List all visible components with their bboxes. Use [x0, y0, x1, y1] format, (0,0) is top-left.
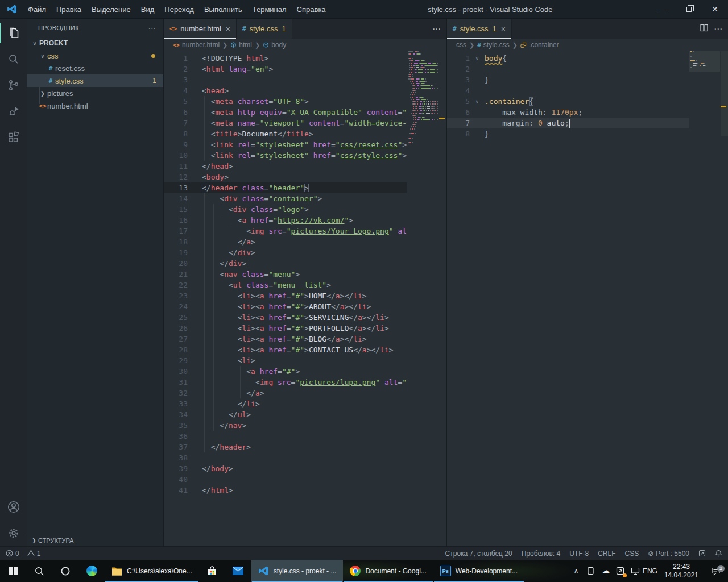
menubar-item[interactable]: Выделение: [86, 0, 136, 19]
code-line: 32 </a>: [164, 388, 446, 398]
taskbar-clock[interactable]: 22:43 14.04.2021: [660, 563, 703, 580]
scrollbar[interactable]: [721, 51, 728, 136]
tray-cloud[interactable]: ☁: [598, 560, 613, 582]
taskbar-edge-button[interactable]: [78, 560, 105, 582]
tree-item-css[interactable]: ∨css: [27, 49, 163, 62]
tree-item-PROEKT[interactable]: ∨PROEKT: [27, 37, 163, 49]
taskbar-cortana-button[interactable]: [52, 560, 78, 582]
status-строка[interactable]: Строка 7, столбец 20: [445, 550, 512, 558]
code-editor-css[interactable]: 1∨body{23}45∨.container{6 max-width: 117…: [447, 51, 728, 546]
code-editor-html[interactable]: 1<!DOCTYPE html>2<html lang="en">34<head…: [164, 51, 446, 546]
tree-item-style-css[interactable]: #style.css1: [27, 74, 163, 87]
code-line: 37 </header>: [164, 442, 446, 452]
tab-strip: <>number.html×#style.css1 ⋯: [164, 19, 446, 39]
more-actions-icon[interactable]: ⋯: [432, 24, 441, 34]
breadcrumb: css❯#style.css❯.container: [447, 39, 728, 51]
line-number: 2: [164, 65, 188, 73]
tab-style.css[interactable]: #style.css1×: [447, 19, 512, 39]
outline-section[interactable]: ❯ СТРУКТУРА: [27, 535, 163, 545]
menubar-item[interactable]: Справка: [292, 0, 331, 19]
restore-button[interactable]: [676, 0, 702, 19]
code-line: 1<!DOCTYPE html>: [164, 53, 446, 64]
taskbar-mail-button[interactable]: [225, 560, 251, 582]
menubar-item[interactable]: Вид: [136, 0, 160, 19]
menubar-item[interactable]: Выполнить: [199, 0, 247, 19]
css-file-icon: #: [46, 65, 55, 72]
status-feedback[interactable]: [698, 550, 706, 557]
status-crlf[interactable]: CRLF: [598, 550, 615, 558]
fold-indicator: [470, 80, 485, 80]
explorer-actions-icon[interactable]: ⋯: [148, 23, 156, 32]
taskbar-chrome-button[interactable]: Document - Googl...: [343, 560, 433, 582]
taskbar-search-button[interactable]: [26, 560, 52, 582]
line-number: 37: [164, 443, 188, 451]
code-line: 20 </div>: [164, 258, 446, 269]
code-line: 39</body>: [164, 463, 446, 474]
tree-item-pictures[interactable]: ❯pictures: [27, 87, 163, 99]
minimize-button[interactable]: —: [650, 0, 676, 19]
code-line: 8 <title>Document</title>: [164, 128, 446, 139]
activity-search-icon[interactable]: [0, 46, 27, 72]
menubar-item[interactable]: Переход: [159, 0, 199, 19]
code-line: 13</header class="header">: [164, 182, 446, 193]
chevron-down-icon: ∨: [38, 53, 47, 59]
tray-network[interactable]: [628, 560, 643, 582]
code-line: 2<html lang="en">: [164, 64, 446, 74]
breadcrumb-item[interactable]: body: [263, 41, 286, 49]
breadcrumb-item[interactable]: .container: [520, 41, 559, 49]
tab-style.css[interactable]: #style.css1: [237, 19, 292, 39]
status-bell[interactable]: [715, 550, 722, 557]
status-warning[interactable]: 1: [27, 550, 41, 558]
minimap[interactable]: [690, 51, 719, 69]
fold-indicator: [188, 252, 202, 253]
breadcrumb-item[interactable]: #style.css: [477, 41, 510, 49]
activity-source-control-icon[interactable]: [0, 72, 27, 98]
split-editor-icon[interactable]: [700, 24, 708, 34]
breadcrumb-item[interactable]: html: [230, 41, 252, 49]
breadcrumb-item[interactable]: <>number.html: [173, 41, 220, 49]
tray-sync[interactable]: [613, 560, 628, 582]
status-port[interactable]: ⊘Port : 5500: [648, 550, 689, 558]
taskbar-store-button[interactable]: [199, 560, 225, 582]
code-line: 28 <li><a href="#">CONTACT US</a></li>: [164, 344, 446, 355]
status-css[interactable]: CSS: [625, 550, 639, 558]
status-utf-8[interactable]: UTF-8: [569, 550, 589, 558]
activity-account-icon[interactable]: [0, 494, 27, 520]
menubar-item[interactable]: Терминал: [247, 0, 292, 19]
more-actions-icon[interactable]: ⋯: [714, 24, 722, 34]
taskbar-explorer-button[interactable]: C:\Users\alexa\One...: [105, 560, 199, 582]
fold-indicator: [188, 274, 202, 275]
tree-item-label: number.html: [47, 102, 88, 110]
tab-strip: #style.css1× ⋯: [447, 19, 728, 39]
tab-number.html[interactable]: <>number.html×: [164, 19, 237, 39]
minimap[interactable]: [408, 51, 438, 144]
activity-extensions-icon[interactable]: [0, 124, 27, 151]
network-icon: [631, 567, 640, 575]
fold-indicator: [188, 112, 202, 113]
status-пробелов[interactable]: Пробелов: 4: [522, 550, 561, 558]
indent-guide: [213, 204, 214, 431]
tray-chevron-up[interactable]: ∧: [569, 560, 584, 582]
action-center-button[interactable]: 2: [705, 567, 726, 576]
taskbar-start-button[interactable]: [0, 560, 26, 582]
activity-explorer-icon[interactable]: [0, 20, 27, 46]
menubar-item[interactable]: Файл: [23, 0, 51, 19]
activity-run-debug-icon[interactable]: [0, 98, 27, 124]
tree-item-number-html[interactable]: <>number.html: [27, 99, 163, 112]
close-button[interactable]: ✕: [702, 0, 728, 19]
close-tab-icon[interactable]: ×: [501, 24, 506, 34]
indent-guide: [204, 193, 205, 452]
taskbar-vscode-button[interactable]: style.css - proekt - ...: [251, 560, 344, 582]
status-error[interactable]: 0: [6, 550, 19, 558]
menubar-item[interactable]: Правка: [51, 0, 86, 19]
fold-indicator: [188, 414, 202, 415]
activity-settings-icon[interactable]: [0, 520, 27, 546]
taskbar-photoshop-button[interactable]: PsWeb-Development...: [433, 560, 524, 582]
tree-item-reset-css[interactable]: #reset.css: [27, 62, 163, 74]
line-number: 5: [164, 97, 188, 106]
breadcrumb-item[interactable]: css: [456, 41, 466, 49]
tray-tablet[interactable]: [584, 560, 598, 582]
tray-eng[interactable]: ENG: [643, 560, 657, 582]
close-tab-icon[interactable]: ×: [226, 24, 230, 34]
explorer-sidebar: ПРОВОДНИК ⋯ ∨PROEKT∨css#reset.css#style.…: [27, 19, 164, 546]
